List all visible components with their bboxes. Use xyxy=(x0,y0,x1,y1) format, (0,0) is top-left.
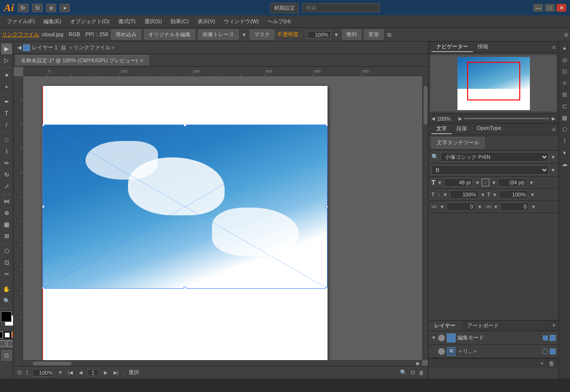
status-trash-btn[interactable]: 🗑 xyxy=(419,370,424,376)
draw-normal[interactable] xyxy=(0,340,6,347)
live-paint-tool[interactable]: ⬡ xyxy=(1,246,12,256)
font-family-select[interactable]: 小塚ゴシック Pr6N xyxy=(441,152,549,162)
rotate-tool[interactable]: ↻ xyxy=(1,169,12,180)
tracking-down-btn[interactable]: ▼ xyxy=(440,204,444,210)
view-toggle-icon[interactable]: ⊞ xyxy=(46,4,56,12)
zoom-dropdown-arrow[interactable]: ▼ xyxy=(58,370,63,375)
layer-item-1[interactable]: ▼ 編集モード xyxy=(428,331,558,345)
status-search-icon[interactable]: 🔍 xyxy=(400,369,407,376)
font-style-arrow[interactable]: ▼ xyxy=(551,168,556,173)
tracking-arrow[interactable]: ▼ xyxy=(477,204,482,210)
scale-tool[interactable]: ⤢ xyxy=(1,181,12,192)
info-tab[interactable]: 情報 xyxy=(473,42,493,52)
paragraph-tab[interactable]: 段落 xyxy=(452,124,472,134)
panel-menu-icon[interactable]: ≡ xyxy=(552,44,556,51)
line-tool[interactable]: / xyxy=(1,120,12,130)
blend-tool[interactable]: ⋈ xyxy=(1,196,12,207)
menu-edit[interactable]: 編集(E) xyxy=(40,16,65,27)
bridge-icon[interactable]: Br xyxy=(18,4,28,12)
hscroll-thumb[interactable] xyxy=(33,362,71,365)
layer-2-visibility-btn[interactable] xyxy=(438,348,445,355)
link-file-label[interactable]: リンクファイル xyxy=(2,31,39,38)
fill-indicator[interactable] xyxy=(0,332,3,338)
slice-tool[interactable]: ✂ xyxy=(1,269,12,280)
canvas-container[interactable]: 0 100 200 300 400 500 xyxy=(14,67,428,366)
search-input[interactable] xyxy=(302,3,380,12)
layers-tab[interactable]: レイヤー xyxy=(428,321,461,331)
hand-tool[interactable]: ✋ xyxy=(1,284,12,294)
zoom-in-icon[interactable]: ▶ xyxy=(458,116,462,121)
swatch-strip-btn[interactable]: ⬡ xyxy=(560,125,570,134)
placed-image[interactable] xyxy=(43,125,328,289)
zoom-out-icon[interactable]: ◀ xyxy=(431,116,435,121)
page-number-input[interactable] xyxy=(87,369,99,376)
new-layer-btn[interactable]: + xyxy=(538,360,546,367)
font-size-arrow[interactable]: ▼ xyxy=(475,180,480,185)
canvas-scroll[interactable] xyxy=(23,76,422,360)
menu-effect[interactable]: 効果(C) xyxy=(167,16,192,27)
color-strip-btn[interactable]: ● xyxy=(560,43,570,53)
scale-h-input[interactable] xyxy=(450,190,479,199)
rect-tool[interactable]: □ xyxy=(1,135,12,145)
eyedropper-tool[interactable]: ⊕ xyxy=(1,208,12,218)
char-panel-menu[interactable]: ≡ xyxy=(552,126,556,133)
opacity-input[interactable] xyxy=(307,31,331,39)
brush-strip-btn[interactable]: ⌇ xyxy=(560,136,570,146)
artboard-tab[interactable]: アートボード xyxy=(461,321,505,331)
align-button[interactable]: 整列 xyxy=(342,29,361,40)
stock-icon[interactable]: St xyxy=(32,4,43,12)
mesh-tool[interactable]: ⊞ xyxy=(1,231,12,241)
font-style-select[interactable]: B xyxy=(431,165,549,175)
type-tool[interactable]: T xyxy=(1,108,12,119)
font-family-arrow[interactable]: ▼ xyxy=(551,154,556,160)
embed-button[interactable]: 埋め込み xyxy=(111,29,141,40)
cc-strip-btn[interactable]: ☁ xyxy=(560,159,570,169)
baseline-arrow[interactable]: ▼ xyxy=(531,204,536,210)
screen-mode-btn[interactable]: ⊡ xyxy=(1,350,12,361)
arrow-icon[interactable]: ➤ xyxy=(60,4,70,12)
artboard-tool[interactable]: ⊡ xyxy=(1,257,12,268)
paintbrush-tool[interactable]: ⌇ xyxy=(1,146,12,157)
hscroll-right-btn[interactable]: ▶ xyxy=(416,361,420,366)
edit-original-button[interactable]: オリジナルを編集 xyxy=(144,29,195,40)
menu-help[interactable]: ヘルプ(H) xyxy=(264,16,295,27)
font-size-input[interactable] xyxy=(444,178,473,187)
zoom-input[interactable] xyxy=(32,369,54,377)
selection-tool[interactable]: ▶ xyxy=(1,43,12,54)
gradient-tool[interactable]: ▦ xyxy=(1,219,12,230)
navigator-tab[interactable]: ナビゲーター xyxy=(431,42,473,52)
delete-layer-btn[interactable]: 🗑 xyxy=(548,360,556,367)
status-artboard-btn[interactable]: ⊡ xyxy=(411,369,415,376)
scale-v-down-btn[interactable]: ▼ xyxy=(492,192,497,197)
transform-button[interactable]: 変形 xyxy=(364,29,384,40)
layer-item-2[interactable]: 🖼 ＜リ...＞ xyxy=(428,345,558,358)
menu-file[interactable]: ファイル(F) xyxy=(3,16,39,27)
menu-select[interactable]: 選択(S) xyxy=(141,16,166,27)
direct-selection-tool[interactable]: ▷ xyxy=(1,55,12,66)
workspace-selector[interactable]: 初期設定 xyxy=(271,3,299,13)
horizontal-scrollbar[interactable]: ▶ xyxy=(23,360,422,366)
menu-window[interactable]: ウィンドウ(W) xyxy=(220,16,263,27)
scale-h-arrow[interactable]: ▼ xyxy=(481,192,485,197)
nav-prev-btn[interactable]: ◀ xyxy=(78,370,84,375)
leading-down-btn[interactable]: ▼ xyxy=(491,180,496,185)
magic-wand-tool[interactable]: ✦ xyxy=(1,70,12,81)
vertical-scrollbar[interactable] xyxy=(422,76,428,360)
symbol-strip-btn[interactable]: ♦ xyxy=(560,148,570,157)
layers-panel-menu[interactable]: ≡ xyxy=(550,321,558,331)
nav-next-next-btn[interactable]: ▶| xyxy=(113,370,120,375)
leading-input[interactable] xyxy=(498,178,527,187)
tab-close-button[interactable]: ✕ xyxy=(140,58,143,63)
baseline-input[interactable] xyxy=(500,202,529,211)
scale-v-arrow[interactable]: ▼ xyxy=(530,192,535,197)
minimize-button[interactable]: — xyxy=(533,4,543,12)
foreground-color-swatch[interactable] xyxy=(1,311,12,322)
pencil-tool[interactable]: ✏ xyxy=(1,158,12,168)
menu-object[interactable]: オブジェクト(O) xyxy=(66,16,114,27)
zoom-slider[interactable] xyxy=(464,118,550,119)
menu-type[interactable]: 書式(T) xyxy=(114,16,140,27)
align-strip-btn[interactable]: ≡ xyxy=(560,78,570,88)
image-trace-button[interactable]: 画像トレース xyxy=(198,29,239,40)
stroke-strip-btn[interactable]: ⊏ xyxy=(560,101,570,111)
maximize-button[interactable]: □ xyxy=(545,4,555,12)
